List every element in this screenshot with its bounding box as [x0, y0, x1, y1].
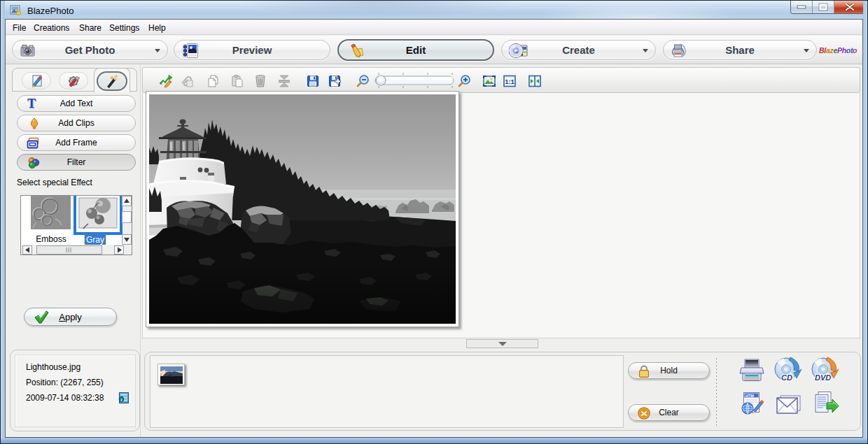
svg-text:Emboss: Emboss [36, 234, 66, 244]
svg-text:Gray: Gray [86, 235, 104, 245]
svg-text:HTM: HTM [746, 394, 754, 398]
svg-text:DVD: DVD [815, 373, 831, 382]
svg-text:i: i [121, 397, 122, 402]
svg-text:CD: CD [781, 373, 792, 382]
svg-text:1:1: 1:1 [505, 78, 514, 85]
